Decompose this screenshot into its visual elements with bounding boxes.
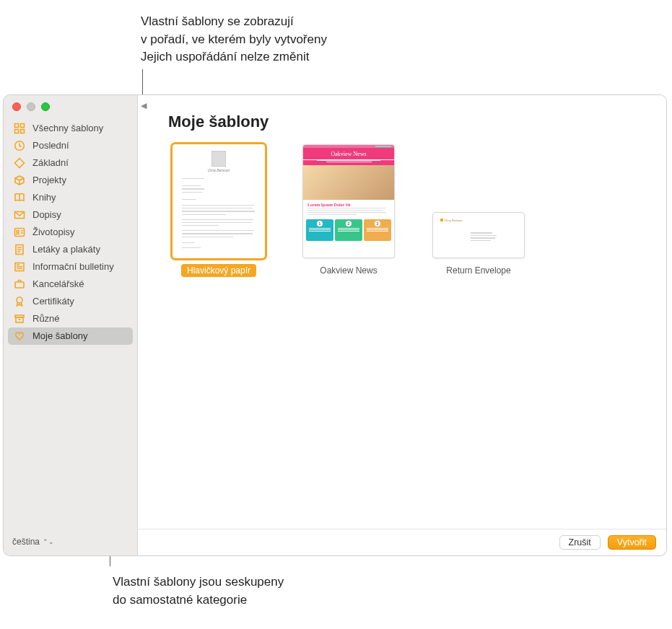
category-list: Všechny šablony Poslední Základní Projek… — [4, 115, 137, 529]
callout-top: Vlastní šablony se zobrazují v pořadí, v… — [141, 13, 502, 66]
sidebar-item-miscellaneous[interactable]: Různé — [8, 310, 133, 327]
sidebar-item-recent[interactable]: Poslední — [8, 137, 133, 154]
sidebar-item-letters[interactable]: Dopisy — [8, 206, 133, 224]
poster-icon — [14, 244, 25, 255]
newsletter-headline: Lorem Ipsum Dolor Sit — [303, 200, 394, 208]
main-content: ◀ Moje šablony Orna Benison — [138, 95, 666, 555]
template-item-return-envelope[interactable]: Orna Benison Return Envelope — [428, 144, 529, 277]
sidebar-item-label: Projekty — [32, 175, 66, 186]
book-icon — [14, 192, 25, 203]
badge-icon — [14, 296, 25, 307]
grid-icon — [14, 123, 25, 134]
window-controls — [4, 95, 137, 115]
template-item-oakview-news[interactable]: Oakview News Lorem Ipsum Dolor Sit 1 2 3 — [298, 144, 399, 277]
sidebar-item-certificates[interactable]: Certifikáty — [8, 293, 133, 310]
template-thumbnail: Orna Benison — [173, 144, 265, 258]
sidebar-item-resumes[interactable]: Životopisy — [8, 224, 133, 241]
sidebar-item-basic[interactable]: Základní — [8, 154, 133, 172]
sidebar-item-label: Kancelářské — [32, 278, 84, 290]
svg-point-11 — [17, 297, 22, 303]
svg-rect-1 — [21, 124, 25, 128]
callout-text: v pořadí, ve kterém byly vytvořeny — [141, 31, 502, 49]
create-button[interactable]: Vytvořit — [608, 535, 656, 550]
diamond-icon — [14, 157, 25, 169]
sidebar-item-label: Moje šablony — [32, 330, 88, 342]
page-title: Moje šablony — [168, 113, 636, 131]
sidebar-item-label: Informační bulletiny — [32, 261, 114, 273]
callout-text: do samostatné kategorie — [113, 591, 474, 610]
box-icon — [14, 175, 25, 186]
chevron-updown-icon: ⌃⌄ — [43, 538, 54, 545]
sidebar-item-label: Různé — [32, 313, 60, 325]
person-card-icon — [14, 226, 25, 238]
sidebar-item-label: Dopisy — [32, 209, 61, 221]
svg-rect-10 — [15, 282, 24, 288]
language-picker[interactable]: čeština ⌃⌄ — [4, 529, 137, 555]
clock-icon — [14, 140, 25, 151]
heart-icon — [14, 330, 25, 342]
template-grid: Orna Benison — [168, 144, 636, 277]
sidebar-item-flyers[interactable]: Letáky a plakáty — [8, 241, 133, 258]
template-thumbnail: Orna Benison — [432, 212, 525, 258]
sidebar-item-label: Certifikáty — [32, 296, 74, 307]
template-label: Hlavičkový papír — [181, 264, 256, 277]
newsletter-masthead: Oakview News — [303, 148, 394, 159]
briefcase-icon — [14, 278, 25, 290]
envelope-icon — [14, 209, 25, 221]
sidebar: Všechny šablony Poslední Základní Projek… — [4, 95, 138, 555]
sidebar-item-my-templates[interactable]: Moje šablony — [8, 327, 133, 345]
callout-text: Jejich uspořádání nelze změnit — [141, 48, 502, 66]
cancel-button[interactable]: Zrušit — [559, 535, 601, 550]
svg-rect-2 — [15, 130, 19, 133]
sidebar-item-all-templates[interactable]: Všechny šablony — [8, 120, 133, 137]
sidebar-item-label: Základní — [32, 157, 69, 169]
dialog-footer: Zrušit Vytvořit — [138, 529, 666, 555]
archive-icon — [14, 313, 25, 325]
template-thumbnail: Oakview News Lorem Ipsum Dolor Sit 1 2 3 — [302, 144, 395, 258]
template-label: Return Envelope — [440, 264, 516, 277]
sidebar-item-stationery[interactable]: Kancelářské — [8, 276, 133, 293]
template-chooser-window: Všechny šablony Poslední Základní Projek… — [3, 94, 667, 556]
collapse-sidebar-button[interactable]: ◀ — [141, 101, 147, 110]
sidebar-item-projects[interactable]: Projekty — [8, 172, 133, 189]
language-label: čeština — [12, 537, 40, 547]
sidebar-item-books[interactable]: Knihy — [8, 189, 133, 206]
sidebar-item-label: Letáky a plakáty — [32, 244, 100, 255]
template-item-letterhead[interactable]: Orna Benison — [168, 144, 269, 277]
fullscreen-window-button[interactable] — [41, 102, 50, 111]
callout-bottom: Vlastní šablony jsou seskupeny do samost… — [113, 573, 474, 609]
minimize-window-button[interactable] — [27, 102, 35, 111]
template-scroll-area[interactable]: Moje šablony Orna Benison — [138, 95, 666, 529]
svg-point-7 — [17, 230, 19, 232]
newspaper-icon — [14, 261, 25, 273]
sidebar-item-label: Knihy — [32, 192, 56, 203]
sidebar-item-newsletters[interactable]: Informační bulletiny — [8, 258, 133, 276]
svg-rect-3 — [21, 130, 25, 133]
sidebar-item-label: Poslední — [32, 140, 69, 151]
template-label: Oakview News — [314, 264, 383, 277]
sidebar-item-label: Životopisy — [32, 226, 75, 238]
close-window-button[interactable] — [12, 102, 21, 111]
svg-rect-0 — [15, 124, 19, 128]
callout-text: Vlastní šablony se zobrazují — [141, 13, 502, 31]
sidebar-item-label: Všechny šablony — [32, 123, 103, 134]
callout-text: Vlastní šablony jsou seskupeny — [113, 573, 474, 591]
